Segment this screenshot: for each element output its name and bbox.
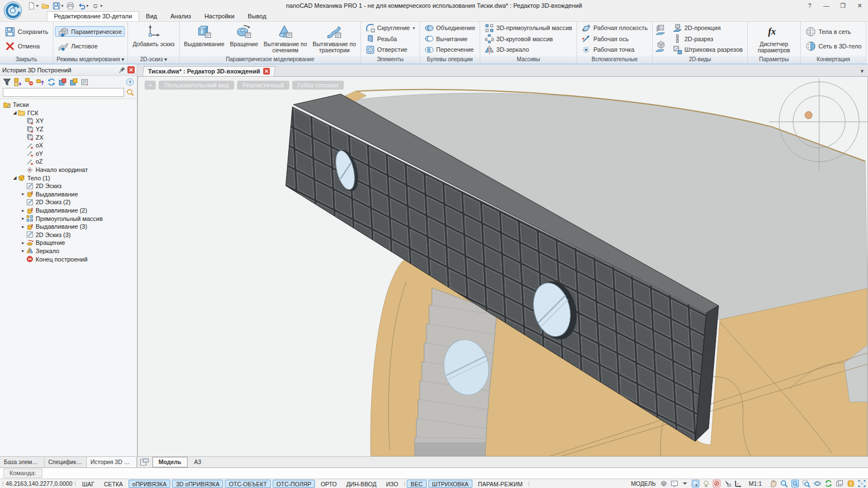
selection-cycling-icon[interactable] xyxy=(692,480,699,487)
btn-loft[interactable]: Вытягивание по сечениям xyxy=(261,22,310,55)
command-line[interactable]: Команда: xyxy=(0,467,868,479)
properties-icon[interactable] xyxy=(81,78,89,86)
btn-hatch-2d[interactable]: Штриховка разрезов xyxy=(670,45,746,55)
viewports-icon[interactable] xyxy=(836,480,844,487)
btn-thread[interactable]: Резьба xyxy=(363,33,418,44)
expand-closed-icon[interactable]: ▸ xyxy=(20,240,26,245)
layout-sheets-icon[interactable] xyxy=(140,459,149,466)
btn-work-plane[interactable]: Рабочая плоскость xyxy=(579,23,650,33)
orbit-3d-icon[interactable] xyxy=(813,480,821,487)
document-close-icon[interactable] xyxy=(263,68,270,75)
help-icon[interactable]: ? xyxy=(126,78,134,86)
btn-view-projection-big[interactable] xyxy=(654,23,668,38)
new-file-button-dropdown-icon[interactable]: ▾ xyxy=(36,3,38,8)
btn-fillet[interactable]: Скругление▾ xyxy=(363,23,418,33)
ucs-icon[interactable] xyxy=(734,480,742,487)
expand-open-icon[interactable]: ◢ xyxy=(12,175,18,180)
btn-projection-2d[interactable]: 2D-проекция xyxy=(670,23,746,33)
lightbulb-icon[interactable] xyxy=(702,480,710,487)
btn-mesh-to-body[interactable]: Сеть в 3D-тело xyxy=(802,41,864,51)
tree-item[interactable]: YZ xyxy=(0,125,137,134)
status-toggle-оПРИВЯЗКА[interactable]: оПРИВЯЗКА xyxy=(129,480,171,488)
search-icon[interactable] xyxy=(126,88,134,96)
tree-item[interactable]: ▸Вращение xyxy=(0,239,137,247)
btn-save-big[interactable]: Сохранить xyxy=(2,26,51,37)
refresh-icon[interactable] xyxy=(47,78,56,86)
save-button[interactable]: ▾ xyxy=(52,1,64,11)
btn-body-to-mesh[interactable]: Тела в сеть xyxy=(802,26,864,37)
btn-sketch-axes[interactable]: Добавить эскиз xyxy=(130,22,177,55)
tree-item[interactable]: Тиски xyxy=(0,101,137,109)
tree-item[interactable]: oX xyxy=(0,141,137,150)
btn-array-circular[interactable]: 3D-круговой массив xyxy=(482,33,575,44)
viewport-canvas[interactable]: +Пользовательский видРеалистичныйГубка п… xyxy=(137,76,868,456)
btn-mode-parametric[interactable]: Параметрическое xyxy=(55,26,125,37)
tree-item[interactable]: ▸Выдавливание (2) xyxy=(0,206,137,215)
status-toggle-ВЕС[interactable]: ВЕС xyxy=(407,480,427,488)
expand-closed-icon[interactable]: ▸ xyxy=(20,191,26,196)
fillet-dropdown-icon[interactable]: ▾ xyxy=(413,26,415,31)
expand-closed-icon[interactable]: ▸ xyxy=(20,224,26,229)
node-add-icon[interactable] xyxy=(14,78,22,86)
btn-extrude[interactable]: Выдавливание xyxy=(181,22,228,55)
status-toggle-ИЗО[interactable]: ИЗО xyxy=(382,480,402,488)
tree-item[interactable]: ◢ГСК xyxy=(0,109,137,117)
scale-indicator[interactable]: М1:1 xyxy=(749,480,762,487)
panel-tab-Спецификация[interactable]: Спецификация xyxy=(45,457,87,467)
qat-overflow-button-dropdown-icon[interactable]: ▾ xyxy=(100,3,102,8)
view-overlay-Пользовательский вид[interactable]: Пользовательский вид xyxy=(159,81,234,90)
drawing-tab-Модель[interactable]: Модель xyxy=(152,457,188,467)
tree-item[interactable]: XY xyxy=(0,117,137,125)
cursor-badge-icon[interactable] xyxy=(723,480,731,487)
new-file-button[interactable]: ▾ xyxy=(27,1,39,11)
tree-item[interactable]: 2D Эскиз xyxy=(0,182,137,190)
undo-button[interactable]: ▾ xyxy=(77,1,89,11)
btn-mode-sheet[interactable]: Листовое xyxy=(55,41,125,51)
model-space-label[interactable]: МОДЕЛЬ xyxy=(631,480,656,487)
btn-section-2d[interactable]: 2D-разрез xyxy=(670,33,746,44)
status-toggle-3D оПРИВЯЗКА[interactable]: 3D оПРИВЯЗКА xyxy=(172,480,223,488)
btn-mirror-3d[interactable]: 3D-зеркало xyxy=(482,45,575,55)
view-overlay-add[interactable]: + xyxy=(145,81,156,90)
expand-closed-icon[interactable]: ▸ xyxy=(20,248,26,253)
expand-closed-icon[interactable]: ▸ xyxy=(20,216,26,221)
status-toggle-ПАРАМ-РЕЖИМ[interactable]: ПАРАМ-РЕЖИМ xyxy=(474,480,526,488)
pin-icon[interactable] xyxy=(119,66,126,73)
tree-item[interactable]: 2D Эскиз (2) xyxy=(0,198,137,206)
btn-revolve[interactable]: Вращение xyxy=(227,22,261,55)
ribbon-tab-Настройки[interactable]: Настройки xyxy=(198,12,241,21)
pan-hand-icon[interactable] xyxy=(769,480,777,487)
zoom-in-icon[interactable] xyxy=(780,480,788,487)
btn-view-cube-big[interactable] xyxy=(654,40,668,54)
restore-button[interactable]: ❐ xyxy=(835,1,851,11)
fullscreen-icon[interactable] xyxy=(858,480,866,487)
tree-item[interactable]: oZ xyxy=(0,157,137,166)
open-file-button[interactable] xyxy=(41,1,50,11)
tree-item[interactable]: ▸Выдавливание (3) xyxy=(0,223,137,231)
tree-item[interactable]: ▸Выдавливание xyxy=(0,190,137,199)
btn-work-axis[interactable]: Рабочая ось xyxy=(579,33,650,44)
minimize-button[interactable]: — xyxy=(818,1,835,11)
drawing-tab-A3[interactable]: A3 xyxy=(189,457,207,467)
undo-button-dropdown-icon[interactable]: ▾ xyxy=(86,3,88,8)
tree-item[interactable]: ▸Прямоугольный массив xyxy=(0,214,137,223)
model-space-icon[interactable] xyxy=(660,480,668,487)
status-toggle-ОТС-ПОЛЯР[interactable]: ОТС-ПОЛЯР xyxy=(273,480,315,488)
btn-array-rect[interactable]: 3D-прямоугольный массив xyxy=(482,23,575,33)
print-button[interactable] xyxy=(66,1,75,11)
tab-list-dropdown-icon[interactable]: ▼ xyxy=(860,68,865,76)
zoom-realtime-icon[interactable] xyxy=(791,480,799,487)
view-overlay-Реалистичный[interactable]: Реалистичный xyxy=(237,81,289,90)
panel-close-icon[interactable] xyxy=(127,66,135,73)
btn-bool-intersect[interactable]: Пересечение xyxy=(422,45,478,55)
disable-3d-osnap-icon[interactable] xyxy=(713,480,721,487)
history-load-icon[interactable] xyxy=(70,78,78,86)
status-toggle-ДИН-ВВОД[interactable]: ДИН-ВВОД xyxy=(342,480,380,488)
btn-sweep[interactable]: Вытягивание по траектории xyxy=(310,22,359,55)
tree-item[interactable]: oY xyxy=(0,150,137,158)
btn-fx[interactable]: fxДиспетчер параметров xyxy=(749,22,798,55)
close-button[interactable]: ✕ xyxy=(851,1,868,11)
panel-tab-История 3D Пост...[interactable]: История 3D Пост... xyxy=(87,457,137,467)
view-overlay-Губка плоская[interactable]: Губка плоская xyxy=(292,81,344,90)
status-toggle-ШАГ[interactable]: ШАГ xyxy=(78,480,98,488)
